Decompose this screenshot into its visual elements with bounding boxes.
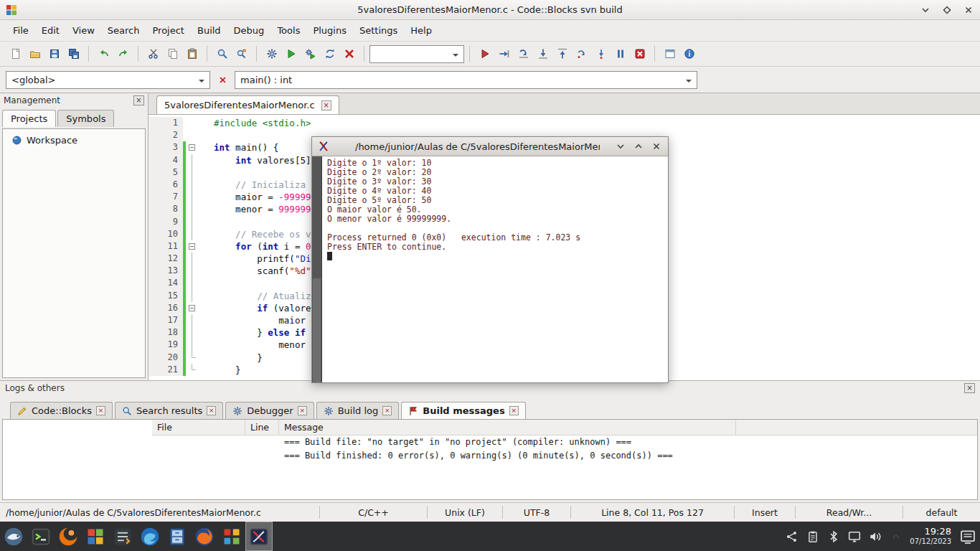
tab-close-icon[interactable]: × bbox=[382, 406, 392, 415]
line-number[interactable]: 21 bbox=[149, 364, 183, 376]
run-button[interactable] bbox=[281, 44, 301, 64]
abort-build-button[interactable] bbox=[339, 44, 359, 64]
debug-continue-button[interactable] bbox=[475, 44, 494, 64]
line-number[interactable]: 8 bbox=[149, 203, 183, 215]
tab-close-icon[interactable]: × bbox=[96, 406, 105, 415]
column-header-file[interactable]: File bbox=[152, 420, 245, 435]
terminal-output[interactable]: Digite o 1º valor: 10Digite o 2º valor: … bbox=[322, 156, 668, 382]
line-number[interactable]: 20 bbox=[149, 352, 183, 364]
titlebar[interactable]: 5valoresDiferentesMaiorMenor.c - Code::B… bbox=[0, 0, 980, 20]
xterm-shade-button[interactable] bbox=[632, 141, 644, 153]
stop-debugger-button[interactable] bbox=[630, 44, 649, 64]
build-message-row[interactable]: === Build file: "no target" in "no proje… bbox=[152, 435, 977, 449]
tray-network-share[interactable] bbox=[786, 530, 798, 543]
fold-toggle-icon[interactable]: − bbox=[189, 305, 195, 311]
management-close-button[interactable]: × bbox=[133, 95, 144, 105]
editor-tab[interactable]: 5valoresDiferentesMaiorMenor.c × bbox=[156, 95, 339, 114]
fold-toggle-icon[interactable]: − bbox=[189, 243, 195, 250]
taskbar-file-manager-app[interactable] bbox=[164, 522, 191, 551]
taskbar-clock[interactable]: 19:28 07/12/2023 bbox=[910, 527, 951, 545]
window-shade-button[interactable] bbox=[919, 4, 931, 16]
line-number[interactable]: 9 bbox=[149, 216, 183, 228]
step-into-instruction-button[interactable] bbox=[591, 44, 611, 64]
run-to-cursor-button[interactable] bbox=[494, 44, 514, 64]
tab-close-icon[interactable]: × bbox=[207, 406, 216, 415]
taskbar-firefox-app[interactable] bbox=[191, 522, 218, 551]
log-tab-build-log[interactable]: Build log× bbox=[316, 402, 400, 419]
column-header-line[interactable]: Line bbox=[245, 420, 279, 435]
line-number[interactable]: 1 bbox=[149, 117, 183, 129]
scope-combo[interactable]: <global> bbox=[6, 71, 210, 89]
window-close-button[interactable] bbox=[962, 4, 974, 16]
log-tab-debugger[interactable]: Debugger× bbox=[225, 402, 314, 419]
new-file-button[interactable] bbox=[6, 44, 25, 64]
taskbar-four-squares-app[interactable] bbox=[218, 522, 245, 551]
line-number[interactable]: 2 bbox=[149, 129, 183, 141]
redo-button[interactable] bbox=[113, 44, 133, 64]
build-button[interactable] bbox=[262, 44, 281, 64]
taskbar-list-app[interactable] bbox=[109, 522, 136, 551]
tray-volume[interactable] bbox=[869, 530, 882, 543]
line-number[interactable]: 7 bbox=[149, 191, 183, 203]
line-number[interactable]: 6 bbox=[149, 179, 183, 191]
build-message-row[interactable]: === Build finished: 0 error(s), 0 warnin… bbox=[152, 449, 977, 463]
line-number[interactable]: 13 bbox=[149, 265, 183, 277]
menu-file[interactable]: File bbox=[6, 22, 35, 39]
line-number[interactable]: 3 bbox=[149, 141, 183, 154]
tray-expand[interactable] bbox=[890, 530, 903, 543]
menu-project[interactable]: Project bbox=[146, 22, 190, 39]
log-tab-build-messages[interactable]: Build messages× bbox=[401, 402, 525, 419]
tray-display[interactable] bbox=[848, 530, 861, 543]
replace-button[interactable] bbox=[232, 44, 251, 64]
line-number[interactable]: 10 bbox=[149, 228, 183, 240]
menu-search[interactable]: Search bbox=[101, 22, 146, 39]
management-tab-projects[interactable]: Projects bbox=[2, 110, 56, 127]
line-number[interactable]: 18 bbox=[149, 326, 183, 339]
taskbar-orange-app[interactable] bbox=[55, 522, 82, 551]
rebuild-button[interactable] bbox=[320, 44, 339, 64]
menu-view[interactable]: View bbox=[66, 22, 101, 39]
line-number[interactable]: 5 bbox=[149, 166, 183, 179]
tab-close-icon[interactable]: × bbox=[298, 406, 307, 415]
scrollbar-thumb[interactable] bbox=[313, 278, 321, 382]
management-tab-symbols[interactable]: Symbols bbox=[57, 110, 114, 127]
open-file-button[interactable] bbox=[25, 44, 44, 64]
line-number[interactable]: 11 bbox=[149, 240, 183, 253]
fold-toggle-icon[interactable]: − bbox=[189, 144, 195, 151]
line-number[interactable]: 19 bbox=[149, 339, 183, 351]
code-line-1[interactable]: 1#include <stdio.h> bbox=[149, 117, 980, 129]
line-number[interactable]: 14 bbox=[149, 277, 183, 289]
build-and-run-button[interactable] bbox=[301, 44, 320, 64]
copy-button[interactable] bbox=[163, 44, 182, 64]
next-line-button[interactable] bbox=[514, 44, 533, 64]
menu-tools[interactable]: Tools bbox=[270, 22, 306, 39]
taskbar-edge-app[interactable] bbox=[136, 522, 164, 551]
save-button[interactable] bbox=[44, 44, 64, 64]
menu-debug[interactable]: Debug bbox=[227, 22, 271, 39]
save-all-button[interactable] bbox=[64, 44, 83, 64]
undo-button[interactable] bbox=[94, 44, 113, 64]
line-number[interactable]: 12 bbox=[149, 253, 183, 265]
tab-close-icon[interactable]: × bbox=[509, 406, 519, 415]
xterm-close-button[interactable] bbox=[650, 141, 662, 153]
next-instruction-button[interactable] bbox=[572, 44, 591, 64]
column-header-message[interactable]: Message bbox=[279, 420, 736, 435]
paste-button[interactable] bbox=[182, 44, 202, 64]
line-number[interactable]: 15 bbox=[149, 290, 183, 302]
various-info-button[interactable] bbox=[679, 44, 699, 64]
line-number[interactable]: 4 bbox=[149, 154, 183, 166]
terminal-scrollbar[interactable] bbox=[312, 156, 322, 382]
menu-plugins[interactable]: Plugins bbox=[306, 22, 353, 39]
taskbar-xterm-app[interactable] bbox=[245, 522, 273, 551]
log-tab-search-results[interactable]: Search results× bbox=[115, 402, 223, 419]
taskbar-terminal-app[interactable] bbox=[27, 522, 55, 551]
menu-settings[interactable]: Settings bbox=[353, 22, 404, 39]
window-maximize-button[interactable] bbox=[941, 4, 953, 16]
find-button[interactable] bbox=[212, 44, 232, 64]
projects-tree[interactable]: Workspace bbox=[2, 128, 146, 378]
step-out-button[interactable] bbox=[552, 44, 572, 64]
menu-build[interactable]: Build bbox=[191, 22, 227, 39]
taskbar-office-grid-app[interactable] bbox=[82, 522, 109, 551]
taskbar-app-menu[interactable] bbox=[0, 522, 27, 551]
break-debugger-button[interactable] bbox=[611, 44, 630, 64]
